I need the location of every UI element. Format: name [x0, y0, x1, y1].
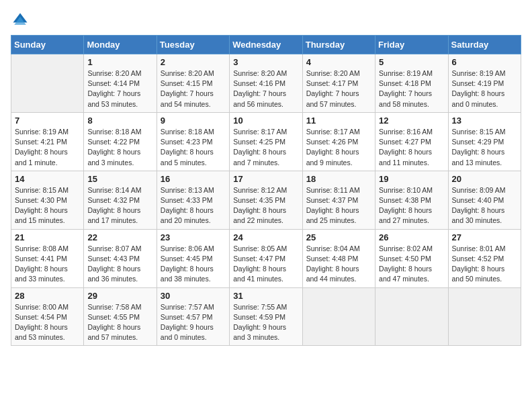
day-info: Sunrise: 8:16 AM Sunset: 4:27 PM Dayligh…: [379, 127, 444, 168]
calendar-cell: 8Sunrise: 8:18 AM Sunset: 4:22 PM Daylig…: [84, 112, 157, 171]
page-header: [11, 11, 521, 30]
day-info: Sunrise: 8:20 AM Sunset: 4:16 PM Dayligh…: [233, 68, 298, 109]
day-info: Sunrise: 8:10 AM Sunset: 4:38 PM Dayligh…: [379, 185, 444, 226]
day-number: 23: [161, 232, 226, 242]
day-info: Sunrise: 8:19 AM Sunset: 4:19 PM Dayligh…: [452, 68, 517, 109]
day-number: 21: [15, 232, 80, 242]
day-info: Sunrise: 8:15 AM Sunset: 4:30 PM Dayligh…: [15, 185, 80, 226]
calendar-cell: [11, 54, 84, 113]
calendar-cell: 11Sunrise: 8:17 AM Sunset: 4:26 PM Dayli…: [302, 112, 375, 171]
day-info: Sunrise: 8:06 AM Sunset: 4:45 PM Dayligh…: [161, 244, 226, 285]
day-number: 10: [233, 116, 298, 126]
day-info: Sunrise: 8:15 AM Sunset: 4:29 PM Dayligh…: [452, 127, 517, 168]
header-tuesday: Tuesday: [157, 36, 229, 54]
day-info: Sunrise: 8:18 AM Sunset: 4:23 PM Dayligh…: [161, 127, 226, 168]
calendar-week-3: 14Sunrise: 8:15 AM Sunset: 4:30 PM Dayli…: [11, 171, 521, 229]
calendar-cell: 1Sunrise: 8:20 AM Sunset: 4:14 PM Daylig…: [84, 54, 157, 113]
day-number: 31: [233, 291, 298, 301]
day-number: 25: [306, 232, 371, 242]
day-info: Sunrise: 8:09 AM Sunset: 4:40 PM Dayligh…: [452, 185, 517, 226]
day-number: 12: [379, 116, 444, 126]
calendar-cell: 9Sunrise: 8:18 AM Sunset: 4:23 PM Daylig…: [157, 112, 229, 171]
calendar-week-2: 7Sunrise: 8:19 AM Sunset: 4:21 PM Daylig…: [11, 112, 521, 171]
calendar-week-5: 28Sunrise: 8:00 AM Sunset: 4:54 PM Dayli…: [11, 287, 521, 346]
calendar-cell: 19Sunrise: 8:10 AM Sunset: 4:38 PM Dayli…: [375, 171, 448, 229]
calendar-header-row: SundayMondayTuesdayWednesdayThursdayFrid…: [11, 36, 521, 54]
header-thursday: Thursday: [302, 36, 375, 54]
calendar-table: SundayMondayTuesdayWednesdayThursdayFrid…: [11, 35, 521, 346]
day-info: Sunrise: 7:57 AM Sunset: 4:57 PM Dayligh…: [161, 302, 226, 343]
calendar-cell: 6Sunrise: 8:19 AM Sunset: 4:19 PM Daylig…: [448, 54, 521, 113]
day-info: Sunrise: 7:58 AM Sunset: 4:55 PM Dayligh…: [87, 302, 152, 343]
calendar-cell: 23Sunrise: 8:06 AM Sunset: 4:45 PM Dayli…: [157, 229, 229, 287]
calendar-cell: 28Sunrise: 8:00 AM Sunset: 4:54 PM Dayli…: [11, 287, 84, 346]
calendar-cell: 21Sunrise: 8:08 AM Sunset: 4:41 PM Dayli…: [11, 229, 84, 287]
day-number: 14: [15, 174, 80, 184]
day-info: Sunrise: 8:05 AM Sunset: 4:47 PM Dayligh…: [233, 244, 298, 285]
day-number: 22: [87, 232, 152, 242]
calendar-cell: 4Sunrise: 8:20 AM Sunset: 4:17 PM Daylig…: [302, 54, 375, 113]
calendar-cell: 2Sunrise: 8:20 AM Sunset: 4:15 PM Daylig…: [157, 54, 229, 113]
calendar-cell: 13Sunrise: 8:15 AM Sunset: 4:29 PM Dayli…: [448, 112, 521, 171]
day-number: 15: [87, 174, 152, 184]
day-number: 30: [161, 291, 226, 301]
day-info: Sunrise: 8:17 AM Sunset: 4:26 PM Dayligh…: [306, 127, 371, 168]
day-info: Sunrise: 8:13 AM Sunset: 4:33 PM Dayligh…: [161, 185, 226, 226]
day-info: Sunrise: 8:17 AM Sunset: 4:25 PM Dayligh…: [233, 127, 298, 168]
calendar-cell: 26Sunrise: 8:02 AM Sunset: 4:50 PM Dayli…: [375, 229, 448, 287]
calendar-cell: 30Sunrise: 7:57 AM Sunset: 4:57 PM Dayli…: [157, 287, 229, 346]
header-monday: Monday: [84, 36, 157, 54]
day-number: 24: [233, 232, 298, 242]
day-number: 8: [87, 116, 152, 126]
calendar-cell: 5Sunrise: 8:19 AM Sunset: 4:18 PM Daylig…: [375, 54, 448, 113]
calendar-cell: 20Sunrise: 8:09 AM Sunset: 4:40 PM Dayli…: [448, 171, 521, 229]
day-number: 17: [233, 174, 298, 184]
calendar-cell: [448, 287, 521, 346]
header-friday: Friday: [375, 36, 448, 54]
calendar-cell: 15Sunrise: 8:14 AM Sunset: 4:32 PM Dayli…: [84, 171, 157, 229]
day-info: Sunrise: 8:08 AM Sunset: 4:41 PM Dayligh…: [15, 244, 80, 285]
day-number: 29: [87, 291, 152, 301]
calendar-cell: 25Sunrise: 8:04 AM Sunset: 4:48 PM Dayli…: [302, 229, 375, 287]
day-number: 5: [379, 57, 444, 67]
day-info: Sunrise: 8:00 AM Sunset: 4:54 PM Dayligh…: [15, 302, 80, 343]
day-info: Sunrise: 8:20 AM Sunset: 4:14 PM Dayligh…: [87, 68, 152, 109]
day-info: Sunrise: 8:02 AM Sunset: 4:50 PM Dayligh…: [379, 244, 444, 285]
day-number: 20: [452, 174, 517, 184]
calendar-cell: 27Sunrise: 8:01 AM Sunset: 4:52 PM Dayli…: [448, 229, 521, 287]
calendar-week-1: 1Sunrise: 8:20 AM Sunset: 4:14 PM Daylig…: [11, 54, 521, 113]
day-info: Sunrise: 8:19 AM Sunset: 4:18 PM Dayligh…: [379, 68, 444, 109]
calendar-cell: 24Sunrise: 8:05 AM Sunset: 4:47 PM Dayli…: [230, 229, 302, 287]
day-info: Sunrise: 8:07 AM Sunset: 4:43 PM Dayligh…: [87, 244, 152, 285]
day-info: Sunrise: 8:12 AM Sunset: 4:35 PM Dayligh…: [233, 185, 298, 226]
calendar-cell: [302, 287, 375, 346]
day-info: Sunrise: 8:04 AM Sunset: 4:48 PM Dayligh…: [306, 244, 371, 285]
day-number: 7: [15, 116, 80, 126]
day-info: Sunrise: 8:20 AM Sunset: 4:15 PM Dayligh…: [161, 68, 226, 109]
calendar-cell: 12Sunrise: 8:16 AM Sunset: 4:27 PM Dayli…: [375, 112, 448, 171]
header-sunday: Sunday: [11, 36, 84, 54]
day-number: 1: [87, 57, 152, 67]
header-wednesday: Wednesday: [230, 36, 302, 54]
day-number: 9: [161, 116, 226, 126]
day-info: Sunrise: 8:11 AM Sunset: 4:37 PM Dayligh…: [306, 185, 371, 226]
day-number: 2: [161, 57, 226, 67]
calendar-cell: 29Sunrise: 7:58 AM Sunset: 4:55 PM Dayli…: [84, 287, 157, 346]
calendar-week-4: 21Sunrise: 8:08 AM Sunset: 4:41 PM Dayli…: [11, 229, 521, 287]
calendar-cell: 18Sunrise: 8:11 AM Sunset: 4:37 PM Dayli…: [302, 171, 375, 229]
day-number: 3: [233, 57, 298, 67]
day-info: Sunrise: 8:18 AM Sunset: 4:22 PM Dayligh…: [87, 127, 152, 168]
calendar-cell: 3Sunrise: 8:20 AM Sunset: 4:16 PM Daylig…: [230, 54, 302, 113]
day-number: 18: [306, 174, 371, 184]
header-saturday: Saturday: [448, 36, 521, 54]
calendar-cell: 14Sunrise: 8:15 AM Sunset: 4:30 PM Dayli…: [11, 171, 84, 229]
logo-icon: [11, 11, 30, 30]
day-number: 13: [452, 116, 517, 126]
day-info: Sunrise: 8:14 AM Sunset: 4:32 PM Dayligh…: [87, 185, 152, 226]
day-number: 6: [452, 57, 517, 67]
calendar-cell: 22Sunrise: 8:07 AM Sunset: 4:43 PM Dayli…: [84, 229, 157, 287]
day-number: 11: [306, 116, 371, 126]
calendar-cell: 31Sunrise: 7:55 AM Sunset: 4:59 PM Dayli…: [230, 287, 302, 346]
day-number: 4: [306, 57, 371, 67]
calendar-cell: [375, 287, 448, 346]
